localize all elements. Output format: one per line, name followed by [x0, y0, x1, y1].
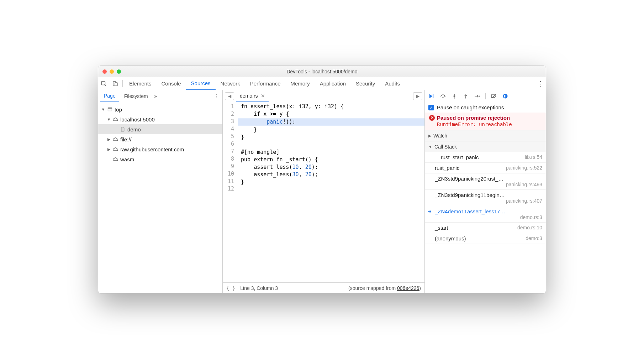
- navigator-more-tabs[interactable]: »: [153, 93, 159, 99]
- cloud-icon: [112, 137, 119, 141]
- pause-reason-title: Paused on promise rejection: [437, 115, 510, 121]
- chevron-down-icon: ▼: [428, 145, 432, 149]
- minimize-window-button[interactable]: [110, 69, 114, 74]
- frame-location: lib.rs:54: [525, 154, 542, 160]
- callstack-frame[interactable]: _ZN3std9panicking11begin_pa...panicking.…: [425, 190, 546, 206]
- window-title: DevTools - localhost:5000/demo: [98, 69, 546, 74]
- frame-location: demo.rs:3: [435, 214, 542, 220]
- window-controls: [98, 69, 121, 74]
- main-tab-console[interactable]: Console: [157, 77, 186, 90]
- cloud-icon: [112, 117, 119, 121]
- tree-item[interactable]: ▶file://: [98, 134, 222, 144]
- tree-item[interactable]: ▼top: [98, 104, 222, 114]
- editor-statusbar: { } Line 3, Column 3 (source mapped from…: [223, 282, 424, 293]
- history-back-icon[interactable]: ◀: [225, 92, 234, 100]
- svg-rect-12: [504, 95, 505, 97]
- close-tab-icon[interactable]: ✕: [261, 93, 265, 99]
- navigator-panel: Page Filesystem » ⋮ ▼top▼localhost:5000d…: [98, 90, 223, 293]
- callstack-frame[interactable]: demo:3(anonymous): [425, 233, 546, 244]
- svg-point-6: [442, 97, 443, 98]
- main-tab-memory[interactable]: Memory: [286, 77, 315, 90]
- step-out-icon[interactable]: [462, 92, 470, 100]
- tree-twisty-icon: ▶: [107, 147, 111, 152]
- editor-filename: demo.rs: [240, 93, 258, 99]
- editor-file-tab[interactable]: demo.rs ✕: [236, 90, 269, 102]
- main-tab-sources[interactable]: Sources: [186, 77, 216, 90]
- pause-reason-box: ✕ Paused on promise rejection RuntimeErr…: [425, 113, 546, 130]
- divider: [122, 80, 123, 87]
- zoom-window-button[interactable]: [117, 69, 121, 74]
- history-forward-icon[interactable]: ▶: [413, 92, 422, 100]
- code-line: assert_less(30, 20);: [238, 171, 424, 178]
- frame-location: panicking.rs:407: [435, 198, 542, 204]
- code-line: if x >= y {: [238, 110, 424, 118]
- cloud-icon: [112, 147, 119, 151]
- callstack-frame[interactable]: lib.rs:54__rust_start_panic: [425, 152, 546, 163]
- content-area: Page Filesystem » ⋮ ▼top▼localhost:5000d…: [98, 90, 546, 293]
- main-tab-elements[interactable]: Elements: [124, 77, 157, 90]
- callstack-frame[interactable]: _ZN4demo11assert_less17hc8...demo.rs:3: [425, 206, 546, 223]
- source-map-link[interactable]: 006e4226: [397, 285, 419, 291]
- main-tab-performance[interactable]: Performance: [245, 77, 286, 90]
- debugger-toolbar: [425, 90, 546, 102]
- navigator-tab-filesystem[interactable]: Filesystem: [121, 90, 152, 102]
- callstack-frame[interactable]: panicking.rs:522rust_panic: [425, 163, 546, 173]
- debugger-panel: ✓ Pause on caught exceptions ✕ Paused on…: [425, 90, 546, 293]
- main-tab-audits[interactable]: Audits: [380, 77, 405, 90]
- step-over-icon[interactable]: [439, 92, 447, 100]
- deactivate-breakpoints-icon[interactable]: [490, 92, 498, 100]
- tree-item[interactable]: demo: [98, 124, 222, 134]
- svg-rect-3: [108, 108, 112, 111]
- code-line: }: [238, 134, 424, 141]
- kebab-menu-icon[interactable]: ⋮: [535, 80, 546, 88]
- step-icon[interactable]: [473, 92, 481, 100]
- frame-function: __rust_start_panic: [435, 154, 479, 160]
- line-gutter: 123456789101112: [223, 102, 238, 282]
- inspect-icon[interactable]: [98, 77, 110, 90]
- main-tab-application[interactable]: Application: [315, 77, 351, 90]
- navigator-menu-icon[interactable]: ⋮: [212, 93, 220, 99]
- code-line: }: [238, 126, 424, 134]
- pretty-print-icon[interactable]: { }: [226, 285, 235, 291]
- step-into-icon[interactable]: [450, 92, 458, 100]
- source-map-info: (source mapped from 006e4226): [348, 285, 421, 291]
- frame-function: _ZN4demo11assert_less17hc8...: [435, 208, 506, 214]
- main-tab-security[interactable]: Security: [351, 77, 380, 90]
- pause-on-caught-row[interactable]: ✓ Pause on caught exceptions: [425, 102, 546, 113]
- tree-twisty-icon: ▼: [101, 107, 105, 111]
- frame-icon: [107, 107, 113, 112]
- tree-item-label: top: [115, 106, 122, 113]
- navigator-tab-page[interactable]: Page: [100, 90, 119, 102]
- tree-item[interactable]: ▶raw.githubusercontent.com: [98, 144, 222, 154]
- callstack-frame[interactable]: _ZN3std9panicking20rust_pani...panicking…: [425, 173, 546, 190]
- code-line: [238, 141, 424, 149]
- tree-twisty-icon: ▶: [107, 137, 111, 142]
- tree-item-label: localhost:5000: [120, 116, 155, 123]
- frame-function: rust_panic: [435, 165, 459, 171]
- frame-location: demo.rs:10: [517, 225, 542, 230]
- tree-item[interactable]: ▼localhost:5000: [98, 114, 222, 124]
- checkbox-checked-icon[interactable]: ✓: [428, 105, 434, 110]
- pause-error-message: RuntimeError: unreachable: [429, 121, 542, 127]
- file-tree: ▼top▼localhost:5000demo▶file://▶raw.gith…: [98, 102, 222, 293]
- code-lines: fn assert_less(x: i32, y: i32) { if x >=…: [238, 102, 424, 282]
- tree-item[interactable]: wasm: [98, 154, 222, 164]
- callstack-section-header[interactable]: ▼ Call Stack: [425, 141, 546, 152]
- frame-function: _ZN3std9panicking20rust_pani...: [435, 176, 506, 182]
- frame-function: (anonymous): [435, 235, 466, 241]
- editor-tabbar: ◀ demo.rs ✕ ▶: [223, 90, 424, 102]
- code-line: #[no_mangle]: [238, 149, 424, 156]
- resume-icon[interactable]: [428, 92, 436, 100]
- cloud-icon: [112, 157, 119, 161]
- error-icon: ✕: [429, 115, 435, 121]
- main-tab-network[interactable]: Network: [216, 77, 245, 90]
- watch-section-header[interactable]: ▶ Watch: [425, 130, 546, 141]
- device-toggle-icon[interactable]: [110, 77, 121, 90]
- code-editor[interactable]: 123456789101112 fn assert_less(x: i32, y…: [223, 102, 424, 282]
- code-line: [238, 186, 424, 193]
- pause-exceptions-icon[interactable]: [501, 92, 509, 100]
- frame-location: panicking.rs:493: [435, 182, 542, 187]
- code-line: }: [238, 178, 424, 186]
- close-window-button[interactable]: [102, 69, 107, 74]
- callstack-frame[interactable]: demo.rs:10_start: [425, 223, 546, 233]
